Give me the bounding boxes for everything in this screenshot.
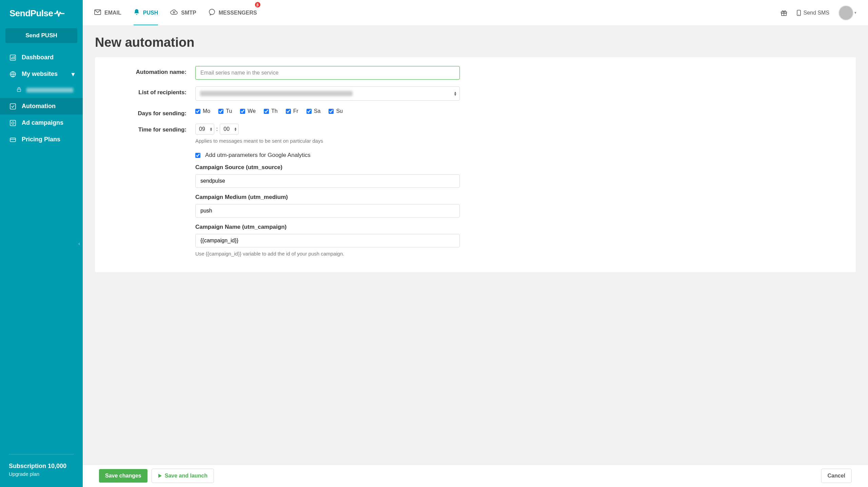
- pulse-icon: [54, 10, 64, 17]
- topnav-label: EMAIL: [104, 10, 121, 16]
- day-tu[interactable]: Tu: [218, 108, 232, 114]
- time-minute-select[interactable]: 00 ▴▾: [220, 124, 239, 135]
- topnav-email[interactable]: EMAIL: [94, 0, 121, 25]
- time-hour-select[interactable]: 09 ▴▾: [195, 124, 214, 135]
- automation-name-label: Automation name:: [104, 66, 195, 80]
- send-push-button[interactable]: Send PUSH: [5, 28, 77, 43]
- sidebar-item-pricing[interactable]: Pricing Plans: [0, 131, 83, 148]
- svg-rect-2: [13, 57, 13, 59]
- subscription-box: Subscription 10,000 Upgrade plan: [9, 454, 74, 487]
- sidebar-item-label: Pricing Plans: [22, 136, 60, 143]
- day-su-checkbox[interactable]: [329, 109, 334, 114]
- svg-rect-6: [10, 104, 16, 109]
- user-menu[interactable]: ▾: [839, 6, 856, 20]
- sidebar-item-ad-campaigns[interactable]: Ad campaigns: [0, 115, 83, 131]
- send-sms-label: Send SMS: [804, 10, 829, 16]
- brand-logo[interactable]: SendPulse: [0, 0, 83, 25]
- globe-icon: [9, 71, 16, 78]
- day-tu-checkbox[interactable]: [218, 109, 223, 114]
- time-minute-value: 00: [223, 126, 230, 132]
- day-label: Su: [336, 108, 343, 114]
- gift-icon[interactable]: [781, 9, 787, 16]
- day-sa[interactable]: Sa: [307, 108, 321, 114]
- day-fr-checkbox[interactable]: [286, 109, 291, 114]
- sidebar-item-dashboard[interactable]: Dashboard: [0, 49, 83, 66]
- day-th-checkbox[interactable]: [264, 109, 269, 114]
- play-icon: [158, 473, 162, 478]
- utm-source-label: Campaign Source (utm_source): [195, 164, 460, 171]
- day-label: Fr: [293, 108, 298, 114]
- utm-campaign-label: Campaign Name (utm_campaign): [195, 224, 460, 230]
- bell-icon: [134, 9, 140, 17]
- send-sms-link[interactable]: Send SMS: [797, 10, 829, 16]
- day-we[interactable]: We: [240, 108, 256, 114]
- automation-icon: [9, 103, 16, 110]
- utm-checkbox-row[interactable]: Add utm-parameters for Google Analytics: [195, 152, 460, 159]
- brand-text: SendPulse: [9, 8, 53, 19]
- day-label: Mo: [203, 108, 210, 114]
- sidebar-subitem-website[interactable]: [0, 82, 83, 98]
- svg-point-8: [12, 122, 14, 124]
- automation-name-input[interactable]: [195, 66, 460, 80]
- time-colon: :: [216, 126, 218, 132]
- utm-medium-label: Campaign Medium (utm_medium): [195, 194, 460, 201]
- email-icon: [94, 9, 101, 16]
- sidebar-collapse-handle[interactable]: ‹: [78, 241, 83, 245]
- topnav-label: MESSENGERS: [219, 10, 257, 16]
- upgrade-plan-link[interactable]: Upgrade plan: [9, 471, 74, 477]
- sidebar-item-my-websites[interactable]: My websites ▾: [0, 66, 83, 82]
- form-card: Automation name: List of recipients: ▴▾: [95, 57, 856, 272]
- day-label: Th: [271, 108, 278, 114]
- sidebar-item-label: Ad campaigns: [22, 119, 63, 126]
- utm-checkbox[interactable]: [195, 153, 200, 158]
- day-sa-checkbox[interactable]: [307, 109, 312, 114]
- card-icon: [9, 136, 16, 143]
- utm-medium-input[interactable]: [195, 204, 460, 218]
- recipients-label: List of recipients:: [104, 86, 195, 101]
- save-button[interactable]: Save changes: [99, 469, 147, 483]
- subscription-title: Subscription 10,000: [9, 463, 74, 470]
- sidebar: SendPulse Send PUSH Dashboard My website…: [0, 0, 83, 487]
- day-th[interactable]: Th: [264, 108, 278, 114]
- days-label: Days for sending:: [104, 107, 195, 117]
- topnav-messengers[interactable]: MESSENGERS β: [209, 0, 257, 25]
- day-mo-checkbox[interactable]: [195, 109, 200, 114]
- utm-campaign-help: Use {{campaign_id}} variable to add the …: [195, 251, 460, 257]
- sidebar-item-label: Automation: [22, 103, 56, 110]
- day-label: Sa: [314, 108, 321, 114]
- day-mo[interactable]: Mo: [195, 108, 210, 114]
- chevron-down-icon: ▾: [72, 70, 75, 78]
- day-fr[interactable]: Fr: [286, 108, 298, 114]
- phone-icon: [797, 10, 801, 16]
- time-label: Time for sending:: [104, 124, 195, 144]
- lock-icon: [17, 87, 22, 93]
- ads-icon: [9, 120, 16, 126]
- sidebar-item-label: My websites: [22, 70, 58, 78]
- svg-rect-7: [10, 120, 16, 126]
- sidebar-item-label: Dashboard: [22, 54, 54, 61]
- time-hour-value: 09: [199, 126, 205, 132]
- utm-checkbox-label: Add utm-parameters for Google Analytics: [205, 152, 311, 159]
- save-launch-button[interactable]: Save and launch: [152, 469, 214, 483]
- avatar: [839, 6, 853, 20]
- topnav-push[interactable]: PUSH: [134, 0, 158, 25]
- cancel-button[interactable]: Cancel: [821, 469, 852, 483]
- utm-campaign-input[interactable]: [195, 234, 460, 247]
- day-label: We: [248, 108, 256, 114]
- topnav-smtp[interactable]: SMTP: [170, 0, 196, 25]
- chat-icon: [209, 9, 215, 17]
- svg-point-17: [798, 14, 799, 15]
- svg-rect-9: [10, 138, 16, 142]
- day-we-checkbox[interactable]: [240, 109, 245, 114]
- day-su[interactable]: Su: [329, 108, 343, 114]
- select-arrows-icon: ▴▾: [210, 127, 212, 131]
- utm-source-input[interactable]: [195, 174, 460, 188]
- topbar: EMAIL PUSH SMTP MESSENGERS β: [83, 0, 868, 26]
- dashboard-icon: [9, 54, 16, 61]
- sidebar-item-automation[interactable]: Automation: [0, 98, 83, 115]
- time-help-text: Applies to messages meant to be sent on …: [195, 138, 460, 144]
- recipients-select[interactable]: ▴▾: [195, 86, 460, 101]
- footer-bar: Save changes Save and launch Cancel: [83, 464, 868, 487]
- topnav-label: PUSH: [143, 10, 158, 16]
- day-label: Tu: [226, 108, 232, 114]
